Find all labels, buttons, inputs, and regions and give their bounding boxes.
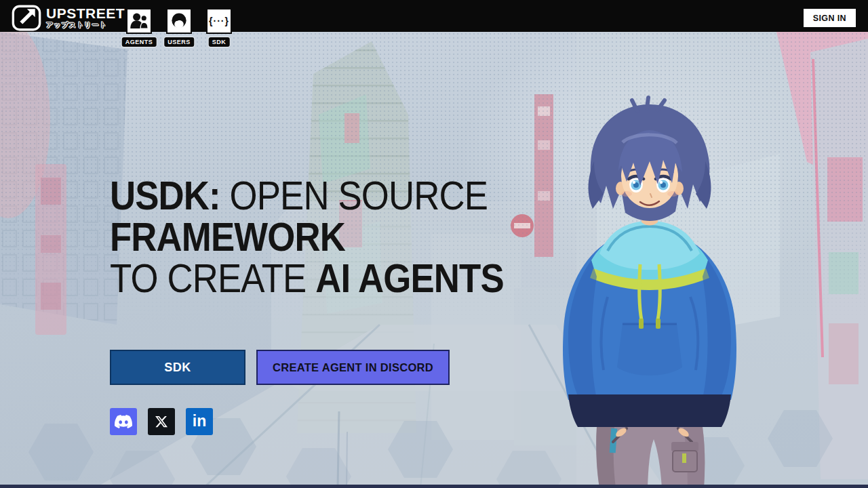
nav-item-sdk[interactable]: {···} SDK	[206, 8, 232, 34]
bottom-accent-strip	[0, 485, 868, 488]
top-navigation-bar: UPSTREET アップストリート AGENTS	[0, 0, 868, 32]
brand-name: UPSTREET	[46, 6, 125, 21]
upstreet-logo[interactable]: UPSTREET アップストリート	[11, 2, 125, 33]
agents-icon	[127, 9, 151, 33]
sdk-code-icon: {···}	[209, 16, 229, 26]
anime-boy-character-illustration	[521, 94, 792, 488]
users-icon	[167, 9, 191, 33]
sign-in-button[interactable]: SIGN IN	[804, 9, 856, 27]
create-agent-discord-button[interactable]: CREATE AGENT IN DISCORD	[256, 350, 450, 385]
social-links-row: in	[110, 408, 213, 435]
cta-button-row: SDK CREATE AGENT IN DISCORD	[110, 350, 450, 385]
linkedin-link[interactable]: in	[186, 408, 213, 435]
primary-nav: AGENTS USERS {···} SDK	[126, 8, 232, 34]
headline-line-3: TO CREATE AI AGENTS	[110, 258, 504, 299]
brand-name-japanese: アップストリート	[46, 21, 125, 29]
nav-item-users[interactable]: USERS	[166, 8, 192, 34]
hero-headline: USDK: OPEN SOURCE FRAMEWORK TO CREATE AI…	[110, 175, 504, 299]
nav-item-agents[interactable]: AGENTS	[126, 8, 152, 34]
upstreet-arrow-logo-icon	[11, 2, 42, 33]
discord-icon	[115, 413, 132, 430]
headline-line-2: FRAMEWORK	[110, 216, 504, 258]
x-twitter-icon	[155, 415, 168, 428]
hero-section: USDK: OPEN SOURCE FRAMEWORK TO CREATE AI…	[0, 32, 868, 488]
upstreet-landing-page: USDK: OPEN SOURCE FRAMEWORK TO CREATE AI…	[0, 0, 868, 488]
linkedin-icon: in	[193, 413, 206, 429]
discord-link[interactable]	[110, 408, 137, 435]
sdk-button[interactable]: SDK	[110, 350, 245, 385]
x-twitter-link[interactable]	[148, 408, 175, 435]
headline-line-1: USDK: OPEN SOURCE	[110, 175, 504, 216]
